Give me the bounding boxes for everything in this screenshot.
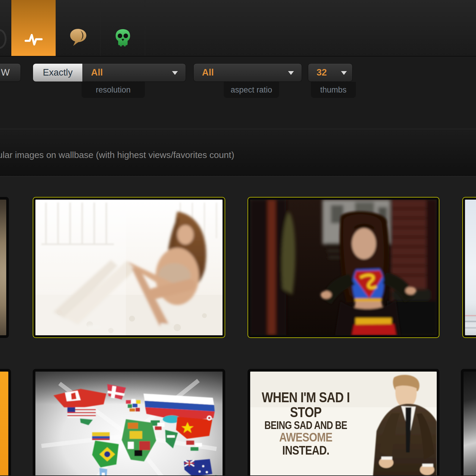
filter-toolbar: W Exactly All resolution All aspect rati… <box>0 57 476 129</box>
thumbnail-image <box>35 200 223 335</box>
chevron-down-icon <box>341 71 347 75</box>
meme-caption: WHEN I'M SAD I STOP BEING SAD AND BE AWE… <box>257 390 355 457</box>
thumbnail-image <box>35 372 223 475</box>
tab-comments[interactable] <box>56 0 100 56</box>
speech-bubble-icon <box>69 28 87 48</box>
thumbnail-image <box>465 200 476 335</box>
meme-line-2: BEING SAD AND BE <box>257 420 355 431</box>
aspect-ratio-label-text: aspect ratio <box>231 85 272 95</box>
tabbar-empty-area <box>145 0 476 56</box>
thumbs-label-text: thumbs <box>320 85 347 95</box>
cutoff-icon <box>0 29 7 49</box>
wallpaper-thumbnail-barney-meme[interactable]: WHEN I'M SAD I STOP BEING SAD AND BE AWE… <box>248 369 439 475</box>
thumbnail-image <box>0 200 6 335</box>
resolution-value: All <box>83 67 103 78</box>
wallpaper-thumbnail-right-partial-row2[interactable] <box>461 369 476 475</box>
thumbs-value: 32 <box>308 67 327 78</box>
wallpaper-thumbnail-right-partial-row1[interactable] <box>462 197 476 338</box>
thumbnail-image: WHEN I'M SAD I STOP BEING SAD AND BE AWE… <box>250 372 437 475</box>
resolution-label-text: resolution <box>96 85 131 95</box>
wallbase-browse-screen: W Exactly All resolution All aspect rati… <box>0 0 476 476</box>
wallpaper-thumbnail-supergirl[interactable] <box>248 197 439 338</box>
thumbs-dropdown[interactable]: 32 <box>308 63 353 82</box>
meme-line-3: AWESOME INSTEAD. <box>257 431 355 457</box>
meme-line-1: WHEN I'M SAD I STOP <box>257 390 355 420</box>
top-tabbar <box>0 0 476 57</box>
wallpaper-thumbnail-left-partial-row1[interactable] <box>0 197 9 338</box>
thumbnail-grid: WHEN I'M SAD I STOP BEING SAD AND BE AWE… <box>0 176 476 475</box>
resolution-dropdown[interactable]: All <box>82 63 186 82</box>
tab-mature-skull[interactable] <box>100 0 145 56</box>
wallpaper-thumbnail-flag-map[interactable] <box>33 369 225 475</box>
tab-activity[interactable] <box>11 0 56 56</box>
resolution-mode-button[interactable]: Exactly <box>33 63 82 82</box>
width-button[interactable]: W <box>0 63 21 82</box>
aspect-ratio-value: All <box>194 67 214 78</box>
aspect-ratio-dropdown[interactable]: All <box>193 63 302 82</box>
wallpaper-thumbnail-lingerie-model[interactable] <box>33 197 225 338</box>
aspect-ratio-label: aspect ratio <box>224 82 279 98</box>
tab-previous-cutoff[interactable] <box>0 0 11 56</box>
thumbnail-image <box>464 372 476 475</box>
resolution-label: resolution <box>82 82 145 98</box>
page-heading: ular images on wallbase (with highest vi… <box>0 150 234 160</box>
pulse-icon <box>24 32 43 48</box>
skull-icon <box>115 29 131 48</box>
chevron-down-icon <box>288 71 294 75</box>
thumbnail-image <box>0 372 8 475</box>
resolution-filter-group: Exactly All <box>33 63 186 82</box>
thumbs-label: thumbs <box>311 82 356 98</box>
section-heading-band: ular images on wallbase (with highest vi… <box>0 129 476 176</box>
thumbnail-image <box>250 200 437 335</box>
chevron-down-icon <box>172 71 178 75</box>
wallpaper-thumbnail-left-partial-row2[interactable] <box>0 369 11 475</box>
